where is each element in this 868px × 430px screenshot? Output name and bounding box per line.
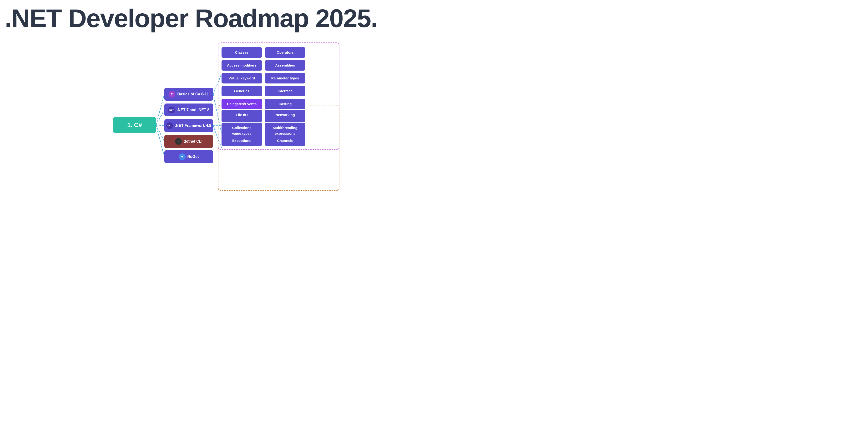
netfw-label: .NET Framework 4.8 — [175, 123, 211, 128]
topic-interface[interactable]: Interface — [265, 86, 305, 96]
topic-delegates-events[interactable]: Delegates/Events — [221, 99, 262, 109]
topic-file-io[interactable]: File I/O — [221, 110, 262, 120]
net78-icon: NET — [168, 107, 175, 113]
topic-assemblies[interactable]: Assemblies — [265, 60, 305, 70]
topic-parameter-types[interactable]: Parameter types — [265, 73, 305, 84]
topic-collections[interactable]: Collections — [221, 122, 262, 133]
net78-label: .NET 7 and .NET 8 — [177, 108, 209, 112]
topic-channels[interactable]: Channels — [265, 136, 305, 146]
svg-line-4 — [156, 125, 164, 157]
page-title: .NET Developer Roadmap 2025. — [5, 4, 377, 33]
svg-line-3 — [156, 125, 164, 141]
topic-multithreading[interactable]: Multithreading — [265, 122, 305, 133]
topic-classes[interactable]: Classes — [221, 47, 262, 58]
nuget-icon: ♥ — [179, 153, 186, 160]
nuget-label: NuGet — [187, 154, 199, 159]
node-basics[interactable]: C Basics of C# 6-11 — [164, 88, 213, 101]
topic-casting[interactable]: Casting — [265, 99, 305, 109]
node-dotnetcli[interactable]: » dotnet CLI — [164, 135, 213, 148]
topic-operators[interactable]: Operators — [265, 47, 305, 58]
dotnetcli-label: dotnet CLI — [184, 139, 203, 144]
basics-icon: C — [168, 91, 175, 97]
node-csharp-label: 1. C# — [127, 121, 142, 129]
connector-lines — [0, 0, 868, 430]
topic-generics[interactable]: Generics — [221, 86, 262, 96]
topic-exceptions[interactable]: Exceptions — [221, 136, 262, 146]
topic-virtual-keyword[interactable]: Virtual keyword — [221, 73, 262, 84]
node-csharp[interactable]: 1. C# — [113, 117, 156, 133]
svg-line-0 — [156, 94, 164, 125]
dotnetcli-icon: » — [175, 138, 182, 145]
page: .NET Developer Roadmap 2025. 1. C# C Bas… — [0, 0, 868, 430]
topic-networking[interactable]: Networking — [265, 110, 305, 120]
basics-label: Basics of C# 6-11 — [177, 92, 209, 96]
node-net78[interactable]: NET .NET 7 and .NET 8 — [164, 104, 213, 116]
netfw-icon: NET — [166, 122, 173, 129]
svg-line-1 — [156, 110, 164, 125]
svg-line-2 — [156, 125, 164, 126]
topic-access-modifiers[interactable]: Access modifiers — [221, 60, 262, 70]
node-nuget[interactable]: ♥ NuGet — [164, 150, 213, 163]
node-netfw[interactable]: NET .NET Framework 4.8 — [164, 119, 213, 132]
